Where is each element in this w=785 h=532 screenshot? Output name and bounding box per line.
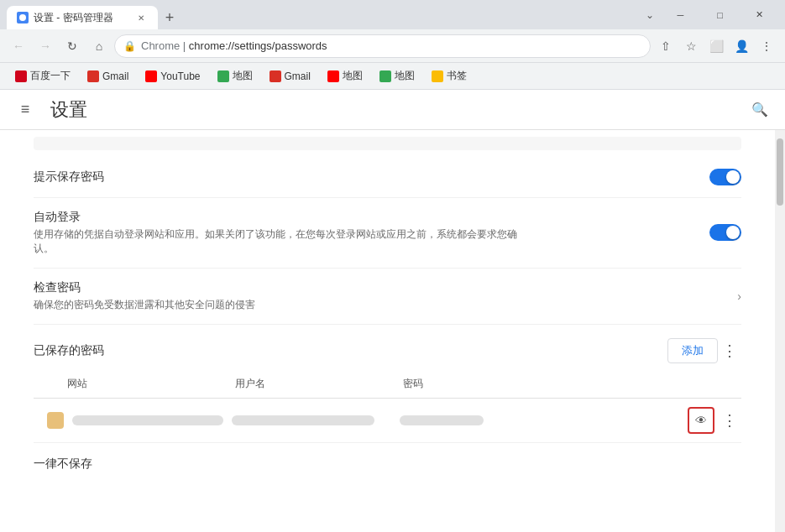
security-icon: 🔒 <box>123 40 136 52</box>
bookmark-map1[interactable]: 地图 <box>211 66 259 86</box>
browser-toolbar: ← → ↻ ⌂ 🔒 Chrome | chrome://settings/pas… <box>0 29 785 63</box>
never-save-section: 一律不保存 <box>34 456 741 472</box>
toolbar-actions: ⇧ ☆ ⬜ 👤 ⋮ <box>654 34 778 58</box>
check-password-desc: 确保您的密码免受数据泄露和其他安全问题的侵害 <box>34 298 737 312</box>
svg-point-0 <box>19 14 26 21</box>
auto-signin-desc: 使用存储的凭据自动登录网站和应用。如果关闭了该功能，在您每次登录网站或应用之前，… <box>34 227 521 256</box>
bookmark-youtube2-icon <box>327 70 339 82</box>
username-blurred <box>232 415 374 425</box>
profile-button[interactable]: 👤 <box>730 34 753 58</box>
reload-button[interactable]: ↻ <box>60 34 84 58</box>
password-more-button[interactable]: ⋮ <box>718 409 741 432</box>
bookmark-gmail1[interactable]: Gmail <box>81 68 135 85</box>
offer-save-label: 提示保存密码 <box>34 170 709 185</box>
auto-signin-row: 自动登录 使用存储的凭据自动登录网站和应用。如果关闭了该功能，在您每次登录网站或… <box>34 198 741 269</box>
bookmark-youtube1-label: YouTube <box>160 70 200 82</box>
auto-signin-toggle[interactable] <box>709 224 741 241</box>
bookmark-youtube1[interactable]: YouTube <box>139 68 207 85</box>
col-header-password: 密码 <box>403 377 521 391</box>
page-title: 设置 <box>50 97 735 123</box>
close-window-button[interactable]: ✕ <box>741 0 778 29</box>
menu-button[interactable]: ⋮ <box>755 34 778 58</box>
bookmark-map1-icon <box>217 70 229 82</box>
bookmarks-bar: 百度一下 Gmail YouTube 地图 Gmail 地图 地图 书签 <box>0 63 785 90</box>
settings-page: ≡ 设置 🔍 提示保存密码 自动登录 使用存储的凭据自动登录网站和应用。如果关闭… <box>0 90 785 532</box>
share-button[interactable]: ⇧ <box>654 34 678 58</box>
tab-close-button[interactable]: ✕ <box>134 11 148 24</box>
site-favicon <box>47 412 64 429</box>
bookmark-bookmarks[interactable]: 书签 <box>425 66 474 86</box>
bookmark-baidu[interactable]: 百度一下 <box>8 66 77 86</box>
offer-save-text: 提示保存密码 <box>34 170 709 185</box>
home-button[interactable]: ⌂ <box>87 34 111 58</box>
address-bar[interactable]: 🔒 Chrome | chrome://settings/passwords <box>114 34 651 58</box>
bookmark-map1-label: 地图 <box>233 69 253 83</box>
search-icon-button[interactable]: 🔍 <box>748 98 772 122</box>
settings-content: 提示保存密码 自动登录 使用存储的凭据自动登录网站和应用。如果关闭了该功能，在您… <box>0 130 785 532</box>
bookmark-gmail1-icon <box>87 70 99 82</box>
offer-save-row: 提示保存密码 <box>34 157 741 198</box>
password-table-header: 网站 用户名 密码 <box>34 370 741 399</box>
add-password-button[interactable]: 添加 <box>667 338 718 363</box>
address-text: Chrome | chrome://settings/passwords <box>141 39 641 52</box>
saved-passwords-title: 已保存的密码 <box>34 343 667 358</box>
chevron-down-button[interactable]: ⌄ <box>638 3 662 27</box>
check-password-chevron: › <box>737 289 741 303</box>
settings-header: ≡ 设置 🔍 <box>0 90 785 130</box>
col-header-site: 网站 <box>67 377 235 391</box>
saved-passwords-header: 已保存的密码 添加 ⋮ <box>34 338 741 363</box>
window-controls: ─ □ ✕ <box>662 0 778 29</box>
tab-strip: 设置 - 密码管理器 ✕ + <box>7 0 638 29</box>
maximize-button[interactable]: □ <box>701 0 739 29</box>
tab-title-text: 设置 - 密码管理器 <box>34 11 129 25</box>
bookmark-gmail1-label: Gmail <box>102 70 128 82</box>
password-blurred <box>400 415 484 425</box>
bookmark-youtube2[interactable]: 地图 <box>321 66 369 86</box>
check-password-text: 检查密码 确保您的密码免受数据泄露和其他安全问题的侵害 <box>34 280 737 312</box>
bookmark-map2[interactable]: 地图 <box>373 66 421 86</box>
scrollbar-track[interactable] <box>775 130 785 532</box>
bookmark-bookmarks-label: 书签 <box>447 69 467 83</box>
settings-main-panel: 提示保存密码 自动登录 使用存储的凭据自动登录网站和应用。如果关闭了该功能，在您… <box>0 130 775 532</box>
menu-icon[interactable]: ≡ <box>13 98 37 122</box>
check-password-row[interactable]: 检查密码 确保您的密码免受数据泄露和其他安全问题的侵害 › <box>34 269 741 325</box>
bookmark-youtube1-icon <box>145 70 157 82</box>
bookmark-baidu-label: 百度一下 <box>30 69 71 83</box>
bookmark-gmail2-icon <box>270 70 281 82</box>
bookmark-map2-label: 地图 <box>395 69 415 83</box>
bookmark-button[interactable]: ☆ <box>679 34 703 58</box>
offer-save-toggle[interactable] <box>709 169 741 185</box>
back-button[interactable]: ← <box>7 34 30 58</box>
saved-passwords-more-button[interactable]: ⋮ <box>718 339 741 362</box>
forward-button[interactable]: → <box>34 34 57 58</box>
password-row: 👁 ⋮ <box>34 399 741 443</box>
bookmark-gmail2-label: Gmail <box>285 70 311 82</box>
auto-signin-label: 自动登录 <box>34 210 709 225</box>
site-name-blurred <box>72 415 223 425</box>
bookmark-map2-icon <box>379 70 391 82</box>
eye-icon: 👁 <box>695 414 707 427</box>
bookmark-bookmarks-icon <box>432 70 443 82</box>
bookmark-youtube2-label: 地图 <box>343 69 363 83</box>
bookmark-gmail2[interactable]: Gmail <box>263 68 317 85</box>
bookmark-baidu-icon <box>15 70 27 82</box>
extension-button[interactable]: ⬜ <box>704 34 728 58</box>
never-save-label: 一律不保存 <box>34 456 92 470</box>
scrollbar-thumb[interactable] <box>777 138 783 206</box>
check-password-label: 检查密码 <box>34 280 737 295</box>
new-tab-button[interactable]: + <box>158 6 181 29</box>
minimize-button[interactable]: ─ <box>662 0 699 29</box>
tab-favicon <box>17 12 29 23</box>
auto-signin-text: 自动登录 使用存储的凭据自动登录网站和应用。如果关闭了该功能，在您每次登录网站或… <box>34 210 709 256</box>
show-password-button[interactable]: 👁 <box>688 407 714 434</box>
blurred-content <box>34 137 741 150</box>
password-row-actions: 👁 ⋮ <box>484 407 741 434</box>
col-header-username: 用户名 <box>235 377 403 391</box>
active-tab[interactable]: 设置 - 密码管理器 ✕ <box>7 6 158 29</box>
titlebar: 设置 - 密码管理器 ✕ + ⌄ ─ □ ✕ <box>0 0 785 29</box>
